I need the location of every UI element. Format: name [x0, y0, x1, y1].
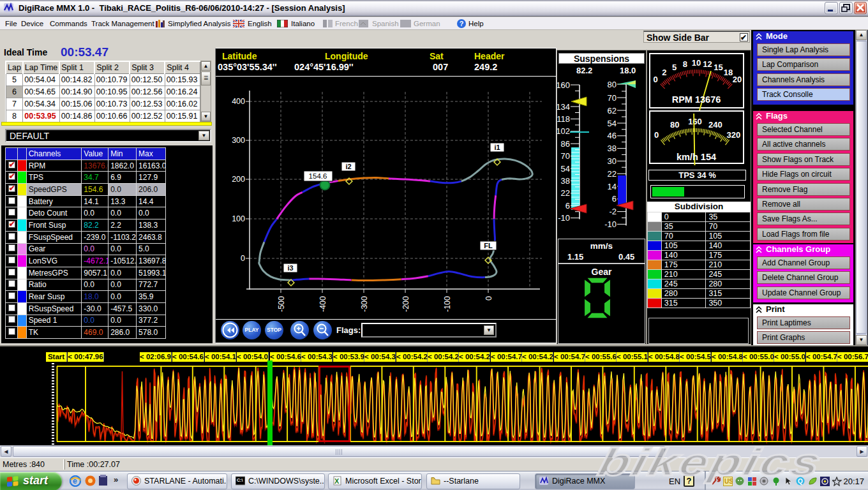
- svg-text:-2: -2: [609, 207, 617, 216]
- svg-text:118: 118: [557, 114, 570, 124]
- svg-text:20: 20: [733, 75, 742, 84]
- svg-text:70: 70: [561, 151, 570, 161]
- svg-text:0: 0: [654, 130, 659, 140]
- svg-text:70: 70: [608, 93, 617, 103]
- svg-text:54: 54: [561, 164, 570, 174]
- svg-text:62: 62: [608, 106, 617, 115]
- svg-text:54: 54: [608, 119, 617, 128]
- svg-text:-100: -100: [443, 296, 452, 312]
- svg-text:10: 10: [692, 58, 701, 68]
- svg-text:160: 160: [688, 117, 702, 126]
- svg-text:8: 8: [683, 59, 687, 69]
- svg-text:FL: FL: [484, 242, 493, 249]
- svg-text:100: 100: [232, 214, 245, 223]
- svg-text:18: 18: [724, 68, 733, 77]
- svg-text:RPM 13676: RPM 13676: [672, 94, 721, 105]
- svg-text:-10: -10: [558, 213, 570, 223]
- svg-text:15: 15: [714, 63, 722, 72]
- svg-text:0: 0: [241, 254, 245, 263]
- svg-text:160: 160: [557, 80, 570, 90]
- svg-text:5: 5: [672, 63, 677, 72]
- svg-text:-10: -10: [604, 219, 617, 229]
- svg-text:80: 80: [670, 120, 679, 130]
- svg-text:38: 38: [608, 144, 617, 153]
- svg-text:X: X: [334, 477, 340, 485]
- svg-text:22: 22: [608, 169, 617, 179]
- svg-text:0: 0: [653, 75, 657, 84]
- svg-text:-300: -300: [360, 296, 369, 312]
- svg-text:i1: i1: [494, 144, 500, 151]
- svg-text:22: 22: [561, 188, 570, 198]
- svg-text:12: 12: [703, 59, 712, 69]
- svg-text:km/h 154: km/h 154: [677, 152, 716, 162]
- svg-text:14: 14: [608, 182, 617, 191]
- svg-text:320: 320: [726, 130, 740, 140]
- svg-text:38: 38: [561, 176, 570, 186]
- svg-text:400: 400: [232, 97, 245, 106]
- svg-text:-500: -500: [277, 296, 286, 312]
- svg-text:300: 300: [232, 136, 245, 145]
- svg-text:0: 0: [484, 296, 493, 301]
- svg-text:e: e: [73, 477, 77, 486]
- svg-text:-400: -400: [318, 296, 327, 312]
- svg-text:-200: -200: [401, 296, 410, 312]
- svg-text:200: 200: [232, 175, 245, 184]
- svg-text:i3: i3: [287, 264, 293, 272]
- svg-text:C:\: C:\: [237, 478, 243, 482]
- svg-text:46: 46: [608, 131, 617, 140]
- svg-text:134: 134: [557, 102, 570, 112]
- svg-text:80: 80: [608, 80, 617, 89]
- svg-text:102: 102: [557, 126, 570, 136]
- svg-text:2: 2: [662, 68, 666, 77]
- svg-text:154.6: 154.6: [309, 172, 327, 180]
- svg-text:6: 6: [565, 201, 570, 211]
- svg-text:30: 30: [608, 156, 617, 166]
- svg-text:6: 6: [612, 194, 617, 204]
- svg-text:i2: i2: [345, 163, 351, 170]
- svg-text:240: 240: [708, 120, 722, 130]
- svg-text:86: 86: [561, 139, 570, 149]
- svg-text:?: ?: [460, 20, 464, 27]
